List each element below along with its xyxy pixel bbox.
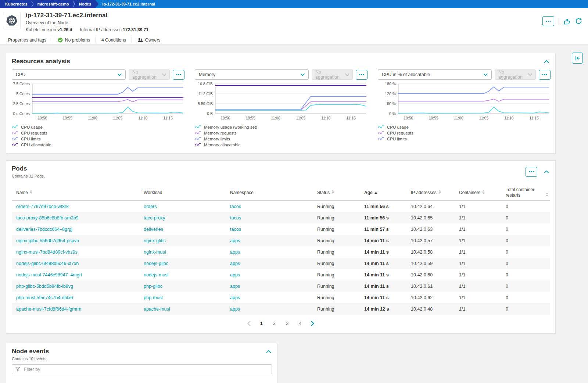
cell-workload[interactable]: taco-proxy xyxy=(139,215,226,221)
cell-name[interactable]: php-glibc-5bdd5b84fb-lb8vg xyxy=(12,284,139,289)
tab-4-conditions[interactable]: 4 Conditions xyxy=(96,37,132,43)
legend-item: CPU allocatable xyxy=(12,142,184,147)
aggregation-dropdown-disabled: No aggregation xyxy=(495,69,536,80)
chart-more-actions-button[interactable] xyxy=(539,70,551,80)
node-events-filter-input[interactable] xyxy=(23,366,268,372)
column-header-label: IP addresses xyxy=(411,190,437,196)
cell-namespace[interactable]: apps xyxy=(226,261,313,266)
metric-selector-dropdown[interactable]: Memory xyxy=(195,69,309,80)
pods-table-body: orders-7797d97bcb-wt8rkorderstacosRunnin… xyxy=(12,201,550,315)
cell-name[interactable]: nginx-glibc-556db7d954-pspvn xyxy=(12,238,139,243)
chart-legend: CPU usageCPU requestsCPU limitsCPU alloc… xyxy=(12,125,184,147)
legend-line-swatch-icon xyxy=(195,130,201,135)
cell-name[interactable]: nginx-musl-7bd84d89cf-vhz9s xyxy=(12,250,139,255)
column-header-age[interactable]: Age xyxy=(360,190,406,196)
column-header-ip-addresses[interactable]: IP addresses xyxy=(406,190,455,196)
cell-namespace[interactable]: apps xyxy=(226,307,313,312)
cell-containers: 1/1 xyxy=(455,250,501,255)
tab-no-problems[interactable]: No problems xyxy=(52,37,96,43)
cell-name[interactable]: nodejs-musl-7446c98947–4mgrt xyxy=(12,272,139,278)
ellipsis-icon xyxy=(359,74,364,75)
sort-ascending-icon xyxy=(374,192,377,194)
column-header-total-container-restarts[interactable]: Total container restarts xyxy=(501,187,550,198)
cell-ip: 10.42.0.61 xyxy=(406,284,455,289)
cell-workload[interactable]: orders xyxy=(139,204,226,209)
cell-workload[interactable]: nodejs-musl xyxy=(139,272,226,278)
cell-ip: 10.42.0.57 xyxy=(406,238,455,243)
column-header-containers[interactable]: Containers xyxy=(455,190,501,196)
cell-workload[interactable]: apache-musl xyxy=(139,307,226,312)
legend-swatch xyxy=(378,130,384,135)
cell-name[interactable]: php-musl-5f5c74c7b4-dhlx6 xyxy=(12,295,139,300)
metric-selector-dropdown[interactable]: CPU xyxy=(12,69,126,80)
feedback-thumbs-up-button[interactable] xyxy=(563,18,571,25)
node-events-filter[interactable] xyxy=(12,364,272,374)
column-header-name[interactable]: Name xyxy=(12,190,139,196)
pagination-page-1[interactable]: 1 xyxy=(259,320,264,327)
tab-properties-and-tags[interactable]: Properties and tags xyxy=(6,37,52,43)
cell-workload[interactable]: nginx-glibc xyxy=(139,238,226,243)
column-header-label: Workload xyxy=(144,190,162,196)
cell-name[interactable]: nodejs-glibc-6f498d5c46-xt7xh xyxy=(12,261,139,266)
svg-text:5.59 GiB: 5.59 GiB xyxy=(198,101,213,106)
legend-line-swatch-icon xyxy=(12,142,18,146)
sort-icon xyxy=(438,190,441,194)
internal-ip-value: 172.31.39.71 xyxy=(123,27,148,32)
cell-name[interactable]: apache-musl-7cfd8f66d4-fgmrm xyxy=(12,307,139,312)
cell-age: 14 min 11 s xyxy=(360,250,406,255)
cell-workload[interactable]: php-glibc xyxy=(139,284,226,289)
pagination-page-2[interactable]: 2 xyxy=(272,320,277,327)
column-header-status[interactable]: Status xyxy=(313,190,360,196)
cell-namespace[interactable]: tacos xyxy=(226,204,313,209)
breadcrumb-item-kubernetes[interactable]: Kubernetes xyxy=(4,2,29,6)
chart-more-actions-button[interactable] xyxy=(173,70,184,80)
tab-label: 4 Conditions xyxy=(101,37,126,43)
tab-owners[interactable]: Owners xyxy=(132,37,166,43)
entity-tabbar: Properties and tagsNo problems4 Conditio… xyxy=(0,36,588,45)
chart-more-actions-button[interactable] xyxy=(356,70,368,80)
collapse-side-panel-button[interactable] xyxy=(572,53,583,64)
pagination-next-button[interactable] xyxy=(310,321,315,326)
cell-restarts: 0 xyxy=(501,227,550,232)
ellipsis-icon xyxy=(176,74,181,75)
cell-namespace[interactable]: apps xyxy=(226,295,313,300)
cell-namespace[interactable]: tacos xyxy=(226,227,313,232)
chevron-down-icon xyxy=(528,74,532,76)
chart-legend: Memory usage (working set)Memory request… xyxy=(195,125,368,147)
metric-selector-dropdown[interactable]: CPU in % of allocatable xyxy=(378,69,492,80)
legend-label: CPU limits xyxy=(21,137,41,141)
legend-label: Memory requests xyxy=(204,131,237,135)
cell-namespace[interactable]: apps xyxy=(226,250,313,255)
resources-collapse-button[interactable] xyxy=(543,59,550,64)
cell-namespace[interactable]: tacos xyxy=(226,215,313,221)
cell-namespace[interactable]: apps xyxy=(226,272,313,278)
cell-workload[interactable]: deliveries xyxy=(139,227,226,232)
cell-name[interactable]: taco-proxy-85b6c8b8fb-sm2b9 xyxy=(12,215,139,221)
cell-workload[interactable]: php-musl xyxy=(139,295,226,300)
pagination-page-4[interactable]: 4 xyxy=(297,320,303,327)
cell-age: 14 min 12 s xyxy=(360,307,406,312)
sort-icon-wrap xyxy=(331,190,334,196)
cell-name[interactable]: orders-7797d97bcb-wt8rk xyxy=(12,204,139,209)
column-header-label: Containers xyxy=(459,190,480,196)
breadcrumb-item-nodes[interactable]: Nodes xyxy=(78,2,93,6)
cell-name[interactable]: deliveries-7bdcdc664–8grgj xyxy=(12,227,139,232)
header-more-actions-button[interactable] xyxy=(542,16,554,26)
ellipsis-icon xyxy=(542,74,547,75)
cell-status: Running xyxy=(313,215,360,221)
cell-restarts: 0 xyxy=(501,295,550,300)
pods-more-actions-button[interactable] xyxy=(526,167,537,177)
node-events-collapse-button[interactable] xyxy=(265,349,272,354)
breadcrumb-item-microshift-demo[interactable]: microshift-demo xyxy=(36,2,71,6)
cell-namespace[interactable]: apps xyxy=(226,238,313,243)
cell-workload[interactable]: nginx-musl xyxy=(139,250,226,255)
pagination-page-3[interactable]: 3 xyxy=(284,320,290,327)
refresh-button[interactable] xyxy=(575,18,582,25)
pods-collapse-button[interactable] xyxy=(543,169,550,174)
cell-namespace[interactable]: apps xyxy=(226,284,313,289)
legend-label: CPU usage xyxy=(387,125,409,129)
cell-ip: 10.42.0.48 xyxy=(406,307,455,312)
chevron-down-icon xyxy=(162,72,166,77)
cell-workload[interactable]: nodejs-glibc xyxy=(139,261,226,266)
cell-containers: 1/1 xyxy=(455,238,501,243)
